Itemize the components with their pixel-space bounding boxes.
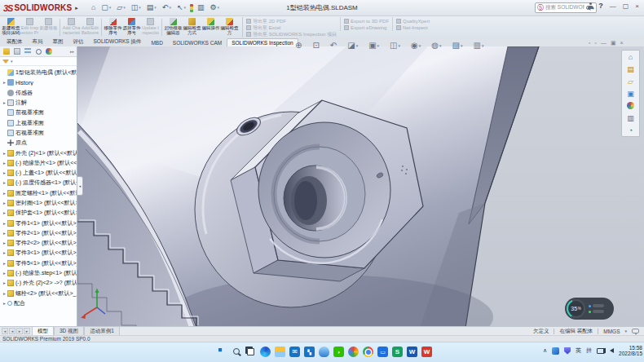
file-properties-button[interactable]: ▥ (196, 3, 206, 12)
expand-arrow-icon[interactable] (2, 241, 7, 245)
ribbon-button[interactable]: 新建模板 (39, 17, 58, 38)
expand-arrow-icon[interactable] (2, 201, 7, 205)
ribbon-button[interactable] (101, 19, 102, 36)
expand-arrow-icon[interactable] (2, 221, 7, 226)
ribbon-button[interactable]: Update Inspection Project (141, 17, 160, 38)
export-item[interactable]: Export eDrawing (344, 24, 389, 31)
undo-button[interactable]: ↶ (161, 3, 173, 12)
hide-show-items-icon[interactable]: ◉ (411, 42, 421, 50)
section-view-icon[interactable]: ◪ (347, 42, 358, 50)
export-item[interactable]: Net-Inspect (396, 24, 430, 31)
edit-appearance-icon[interactable]: ◍ (431, 42, 441, 50)
menu-expand-icon[interactable]: ▸ (75, 5, 78, 11)
tree-row[interactable]: 零件1<1> (默认<<默认>_显示状态 (2, 218, 77, 227)
export-item[interactable]: 导出至 SOLIDWORKS Inspection 项目 (246, 31, 337, 38)
tree-row[interactable]: 零件2<2> (默认<<默认>_显示状态 (2, 238, 77, 248)
tree-row[interactable]: 零件3<1> (默认<<默认>_显示状态 (2, 248, 77, 258)
tray-chevron[interactable]: ∧ (543, 347, 547, 354)
expand-arrow-icon[interactable] (2, 301, 7, 306)
expand-arrow-icon[interactable] (2, 231, 7, 236)
command-tab[interactable]: SOLIDWORKS CAM (168, 38, 227, 46)
close-button[interactable]: × (633, 2, 641, 10)
ime-mode-indicator[interactable]: 拼 (586, 347, 592, 355)
tree-row[interactable]: (-) 绝缘垫.step<1> (默认<<默认> (2, 268, 77, 278)
tree-row[interactable]: (-) 外壳 (2)<2> ->? (默认<<默认> (2, 278, 77, 288)
display-style-icon[interactable]: ◫ (390, 42, 400, 50)
tray-app-icon[interactable] (552, 347, 559, 355)
new-button[interactable]: ▢ (99, 3, 112, 12)
tree-row[interactable]: 固定螺栓<1> (默认<<默认>_显示 (2, 188, 77, 198)
tree-row[interactable]: 传感器 (2, 88, 77, 98)
meeting-icon[interactable] (377, 347, 388, 357)
user-account-icon[interactable] (588, 2, 593, 9)
command-tab[interactable]: 草图 (48, 37, 68, 46)
tree-row[interactable]: 螺栓<2> (默认<<默认>_显示状态 (2, 289, 77, 298)
save-button[interactable]: ◫ (130, 3, 143, 12)
doc-window-button-1[interactable]: ▫ (589, 40, 590, 46)
expand-arrow-icon[interactable] (2, 291, 7, 296)
apply-scene-icon[interactable]: ▨ (452, 42, 463, 50)
command-tab[interactable]: SOLIDWORKS 插件 (89, 37, 147, 46)
design-library-icon[interactable]: ▤ (622, 63, 639, 75)
chrome-icon[interactable] (363, 347, 373, 357)
displaymanager-tab[interactable] (45, 47, 53, 55)
tree-row[interactable]: 零件5<1> (默认<<默认>_显示状态 (2, 258, 77, 268)
tab-scroll-last[interactable]: ▸ (24, 328, 30, 334)
ribbon-button[interactable] (161, 19, 162, 36)
appearances-icon[interactable] (622, 99, 639, 112)
ribbon-button[interactable]: 移除零件序号 (104, 17, 122, 38)
command-tab[interactable]: 布局 (28, 37, 48, 46)
expand-arrow-icon[interactable] (2, 100, 7, 105)
doc-restore-button[interactable]: ▣ (611, 40, 616, 46)
configurationmanager-tab[interactable] (24, 47, 32, 55)
panel-tab-overflow-icon[interactable]: ▸▸ (70, 49, 74, 54)
print-button[interactable]: ▤ (145, 3, 158, 12)
expand-arrow-icon[interactable] (2, 191, 7, 196)
ribbon-button[interactable]: 选择零件序号 (122, 17, 141, 38)
propertymanager-tab[interactable] (13, 47, 21, 55)
custom-properties-icon[interactable]: ▥ (622, 112, 639, 124)
tree-row[interactable]: 上视基准面 (2, 117, 77, 127)
tree-row[interactable]: 配合 (2, 298, 77, 308)
command-tab[interactable]: 评估 (68, 37, 89, 46)
mail-icon[interactable] (289, 347, 300, 357)
forum-icon[interactable]: ◔ (622, 124, 639, 136)
ribbon-button[interactable]: 编辑检查方式 (183, 17, 201, 38)
dimxpertmanager-tab[interactable] (34, 47, 42, 55)
panel-collapse-handle[interactable]: ◂ (77, 176, 83, 196)
viewport-canvas[interactable] (77, 46, 644, 326)
ribbon-button[interactable]: 新建检查项目(&M) (2, 17, 20, 38)
command-tab[interactable]: SOLIDWORKS Inspection (227, 38, 298, 46)
tree-row[interactable]: (-) 上盖<1> (默认<<默认>_显示状 (2, 168, 77, 178)
zoom-to-area-icon[interactable]: ⊡ (312, 42, 319, 50)
tree-row[interactable]: 1型铠装热电偶 (默认<默认_显示状态-1> (2, 68, 77, 77)
tree-row[interactable]: 注解 (2, 98, 77, 108)
zoom-to-fit-icon[interactable]: ⊕ (295, 42, 302, 50)
tree-row[interactable]: 密封圈<1> (默认<<默认>_显示状 (2, 198, 77, 208)
volume-icon[interactable] (610, 348, 614, 353)
performance-overlay[interactable]: 35% (565, 298, 614, 320)
export-item[interactable]: Export to 3D PDF (344, 18, 389, 24)
task-view-button[interactable] (247, 348, 254, 355)
expand-arrow-icon[interactable] (2, 210, 7, 215)
doc-minimize-button[interactable]: — (601, 40, 607, 46)
tree-row[interactable]: 外壳 (2)<1> (默认<<默认>_显示状 (2, 148, 77, 157)
tree-row[interactable]: (-) 绝缘垫片<1> (默认<<默认>_显 (2, 158, 77, 168)
filter-dropdown-icon[interactable]: ▾ (11, 59, 13, 64)
tree-row[interactable]: 原点 (2, 138, 77, 148)
ribbon-button[interactable]: Edit Inspection Project (20, 17, 39, 38)
store-icon[interactable] (304, 347, 315, 357)
minimize-button[interactable]: — (608, 2, 618, 10)
help-button[interactable]: ? (598, 2, 603, 10)
expand-arrow-icon[interactable] (2, 80, 7, 85)
doc-window-button-2[interactable]: ▫ (594, 40, 596, 46)
file-explorer-icon[interactable]: ▱ (622, 75, 639, 87)
select-button[interactable]: ↖ (175, 3, 187, 12)
ribbon-button[interactable]: 启动模板编辑器 (164, 17, 183, 38)
command-tab[interactable]: 装配体 (2, 37, 28, 46)
tree-filter[interactable]: ▾ (0, 57, 77, 66)
expand-arrow-icon[interactable] (2, 151, 7, 156)
tree-row[interactable]: 零件2<1> (默认<<默认>_显示状态 (2, 228, 77, 238)
view-orientation-icon[interactable]: ▣ (368, 42, 379, 50)
ime-language-indicator[interactable]: 英 (576, 347, 581, 355)
